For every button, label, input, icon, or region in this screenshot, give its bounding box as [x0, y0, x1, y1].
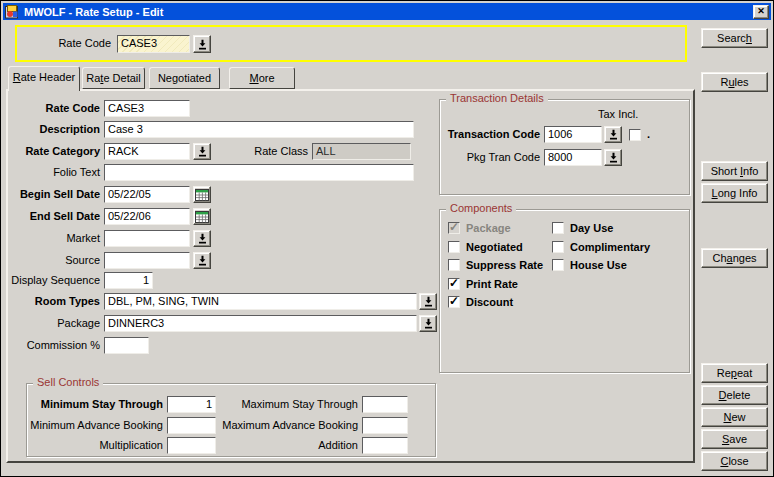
maximum-stay-through-field[interactable] — [362, 396, 408, 413]
begin-sell-date-label: Begin Sell Date — [8, 186, 100, 203]
transaction-code-label: Transaction Code — [440, 126, 540, 143]
commission-field[interactable] — [104, 337, 149, 354]
checkbox-box[interactable] — [552, 241, 564, 253]
market-field[interactable] — [104, 230, 190, 247]
package-lov-button[interactable] — [419, 315, 437, 332]
checkbox-box[interactable] — [448, 278, 460, 290]
begin-sell-date-calendar-button[interactable] — [193, 186, 211, 203]
negotiated-checkbox[interactable]: Negotiated — [448, 240, 523, 254]
lov-dropdown-icon — [197, 39, 208, 50]
source-field[interactable] — [104, 252, 190, 269]
package-checkbox: Package — [448, 221, 511, 235]
end-sell-date-field[interactable]: 05/22/06 — [104, 208, 190, 225]
day-use-checkbox[interactable]: Day Use — [552, 221, 613, 235]
lov-dropdown-icon — [608, 152, 619, 163]
pkg-tran-code-label: Pkg Tran Code — [440, 149, 540, 166]
query-rate-code-lov-button[interactable] — [193, 35, 211, 53]
query-rate-code-label: Rate Code — [51, 35, 111, 52]
display-sequence-field[interactable]: 1 — [104, 272, 153, 289]
save-button[interactable]: Save — [701, 429, 768, 449]
description-label: Description — [8, 121, 100, 138]
transaction-details-title: Transaction Details — [446, 92, 548, 104]
changes-button[interactable]: Changes — [701, 248, 768, 268]
begin-sell-date-field[interactable]: 05/22/05 — [104, 186, 190, 203]
rate-category-field[interactable]: RACK — [104, 143, 190, 160]
transaction-details-group: Transaction Details Tax Incl. Transactio… — [439, 99, 690, 195]
maximum-advance-booking-label: Maximum Advance Booking — [177, 417, 358, 434]
close-button[interactable]: Close — [701, 451, 768, 471]
new-button[interactable]: New — [701, 407, 768, 427]
lov-dropdown-icon — [197, 233, 208, 244]
print-rate-checkbox[interactable]: Print Rate — [448, 277, 518, 291]
minimum-advance-booking-label: Minimum Advance Booking — [27, 417, 163, 434]
checkbox-box[interactable] — [552, 222, 564, 234]
minimum-stay-through-label: Minimum Stay Through — [27, 396, 163, 413]
tab-more[interactable]: More — [229, 67, 295, 89]
checkbox-box[interactable] — [629, 129, 641, 141]
tax-incl-label: Tax Incl. — [598, 106, 660, 123]
pkg-tran-code-field[interactable]: 8000 — [544, 149, 602, 166]
delete-button[interactable]: Delete — [701, 385, 768, 405]
titlebar: MWOLF - Rate Setup - Edit ✕ — [3, 3, 771, 20]
market-lov-button[interactable] — [193, 230, 211, 247]
components-title: Components — [446, 202, 516, 214]
end-sell-date-label: End Sell Date — [8, 208, 100, 225]
folio-text-field[interactable] — [104, 164, 414, 181]
close-icon[interactable]: ✕ — [753, 5, 769, 19]
pkg-tran-code-lov-button[interactable] — [604, 149, 622, 166]
transaction-code-lov-button[interactable] — [604, 126, 622, 143]
room-types-field[interactable]: DBL, PM, SING, TWIN — [104, 293, 417, 310]
search-button[interactable]: Search — [701, 28, 768, 48]
package-field[interactable]: DINNERC3 — [104, 315, 417, 332]
description-field[interactable]: Case 3 — [104, 121, 414, 138]
tab-rate-header[interactable]: Rate Header — [8, 66, 80, 91]
repeat-button[interactable]: Repeat — [701, 363, 768, 383]
market-label: Market — [8, 230, 100, 247]
complimentary-checkbox[interactable]: Complimentary — [552, 240, 650, 254]
discount-checkbox[interactable]: Discount — [448, 295, 513, 309]
room-types-lov-button[interactable] — [419, 293, 437, 310]
sell-controls-group: Sell Controls Minimum Stay Through 1 Max… — [26, 383, 436, 457]
rate-code-label: Rate Code — [8, 100, 100, 117]
multiplication-label: Multiplication — [27, 437, 163, 454]
lov-dropdown-icon — [423, 296, 434, 307]
addition-field[interactable] — [362, 437, 408, 454]
commission-label: Commission % — [8, 337, 100, 354]
tab-rate-detail[interactable]: Rate Detail — [82, 67, 145, 89]
tax-incl-checkbox[interactable] — [629, 128, 641, 142]
long-info-button[interactable]: Long Info — [701, 183, 768, 203]
package-label: Package — [8, 315, 100, 332]
app-icon — [5, 5, 20, 19]
maximum-advance-booking-field[interactable] — [362, 417, 408, 434]
components-group: Components Package Negotiated Suppress R… — [439, 209, 690, 373]
display-sequence-label: Display Sequence — [8, 272, 100, 289]
lov-dropdown-icon — [197, 255, 208, 266]
checkbox-box[interactable] — [552, 259, 564, 271]
addition-label: Addition — [177, 437, 358, 454]
calendar-icon — [195, 211, 209, 223]
end-sell-date-calendar-button[interactable] — [193, 208, 211, 225]
query-rate-code-field[interactable]: CASE3 — [117, 35, 190, 53]
rate-category-label: Rate Category — [8, 143, 100, 160]
rate-setup-window: MWOLF - Rate Setup - Edit ✕ Rate Code CA… — [0, 0, 774, 477]
rate-code-query-panel: Rate Code CASE3 — [15, 25, 687, 62]
checkbox-box[interactable] — [448, 241, 460, 253]
rate-header-tab-panel: Rate Code CASE3 Description Case 3 Rate … — [6, 89, 695, 463]
rules-button[interactable]: Rules — [701, 72, 768, 92]
checkbox-box[interactable] — [448, 259, 460, 271]
checkbox-box[interactable] — [448, 296, 460, 308]
source-label: Source — [8, 252, 100, 269]
tab-negotiated[interactable]: Negotiated — [149, 67, 220, 89]
room-types-label: Room Types — [8, 293, 100, 310]
house-use-checkbox[interactable]: House Use — [552, 258, 627, 272]
transaction-code-field[interactable]: 1006 — [544, 126, 602, 143]
maximum-stay-through-label: Maximum Stay Through — [177, 396, 358, 413]
rate-class-label: Rate Class — [204, 143, 308, 160]
suppress-rate-checkbox[interactable]: Suppress Rate — [448, 258, 543, 272]
lov-dropdown-icon — [608, 129, 619, 140]
rate-code-field[interactable]: CASE3 — [104, 100, 190, 117]
window-title: MWOLF - Rate Setup - Edit — [24, 6, 753, 18]
source-lov-button[interactable] — [193, 252, 211, 269]
calendar-icon — [195, 189, 209, 201]
short-info-button[interactable]: Short Info — [701, 161, 768, 181]
